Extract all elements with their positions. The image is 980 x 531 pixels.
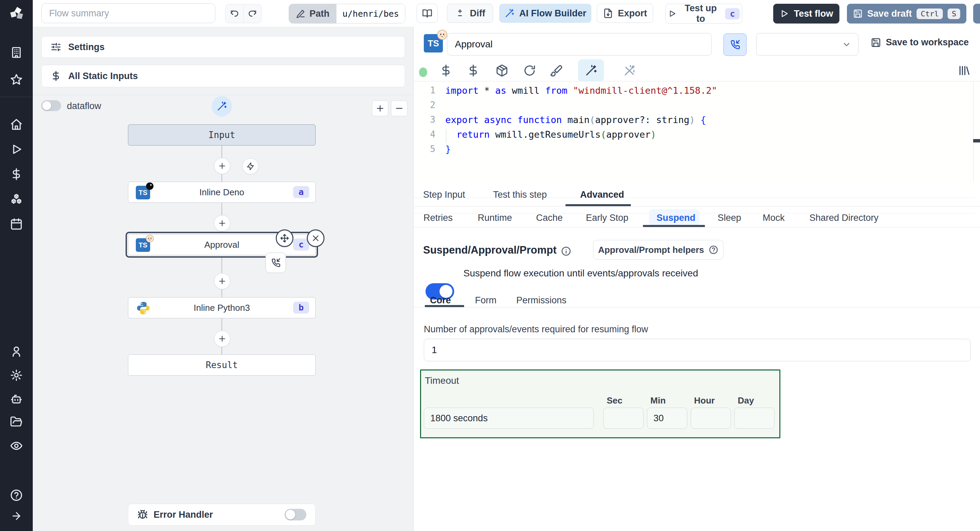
suspend-toggle-label: Suspend flow execution until events/appr… [463, 268, 698, 279]
save-to-workspace-button[interactable]: Save to workspace [869, 37, 971, 48]
docs-book-button[interactable] [417, 4, 438, 23]
test-flow-button[interactable]: Test flow [773, 4, 839, 24]
code-line: import * as wmill from "windmill-client@… [445, 83, 970, 98]
dataflow-toggle[interactable] [41, 100, 61, 111]
move-node-button[interactable] [276, 229, 293, 247]
favorites-star-icon[interactable] [10, 73, 23, 86]
script-select-dropdown[interactable] [756, 33, 859, 55]
settings-gear-icon[interactable] [10, 369, 23, 382]
timeout-min-input[interactable]: 30 [647, 407, 687, 429]
tab-form[interactable]: Form [475, 295, 496, 306]
code-line: } [445, 142, 970, 157]
help-icon[interactable] [10, 489, 23, 502]
approval-prompt-helpers-button[interactable]: Approval/Prompt helpers [593, 240, 724, 260]
timeout-hour-input[interactable] [690, 407, 731, 429]
tab-core[interactable]: Core [430, 295, 451, 306]
users-icon[interactable] [10, 345, 23, 358]
tab-mock[interactable]: Mock [763, 213, 785, 223]
workspace-building-icon[interactable] [10, 46, 23, 59]
save-to-workspace-label: Save to workspace [886, 37, 969, 48]
code-editor[interactable]: 1 2 3 4 5 import * as wmill from "windmi… [414, 81, 980, 182]
save-icon [853, 9, 862, 18]
tab-test-this-step[interactable]: Test this step [493, 190, 547, 200]
redo-button[interactable] [243, 5, 261, 23]
workers-bot-icon[interactable] [10, 393, 23, 406]
approvals-required-label: Number of approvals/events required for … [424, 324, 648, 335]
expand-arrow-icon[interactable] [11, 510, 22, 522]
timeout-sec-input[interactable] [603, 407, 644, 429]
flow-node-result[interactable]: Result [128, 355, 316, 376]
test-up-to-button[interactable]: Test up to c [665, 4, 742, 24]
runs-play-icon[interactable] [10, 143, 23, 156]
path-group[interactable]: Path u/henri/bes [289, 4, 406, 24]
package-icon[interactable] [495, 64, 508, 77]
timeout-day-label: Day [738, 395, 754, 406]
error-handler-toggle[interactable] [285, 509, 306, 520]
diff-button[interactable]: Diff [447, 4, 493, 23]
timeout-total-input[interactable]: 1800 seconds [424, 407, 594, 429]
tab-step-input[interactable]: Step Input [423, 190, 465, 200]
wand-sparkles-icon [216, 101, 227, 112]
ai-wand-button[interactable] [212, 96, 232, 117]
flow-node-python[interactable]: Inline Python3 b [128, 297, 316, 318]
undo-button[interactable] [226, 5, 243, 23]
reload-icon[interactable] [523, 64, 536, 77]
path-button[interactable]: Path [289, 4, 336, 23]
resources-dollar-icon[interactable] [467, 64, 480, 77]
step-name-input[interactable] [447, 33, 712, 55]
ai-wand-disabled-icon[interactable] [623, 64, 636, 77]
tab-shared-directory[interactable]: Shared Directory [810, 213, 879, 223]
flow-settings-row[interactable]: Settings [41, 36, 405, 58]
phone-incoming-icon [270, 258, 281, 268]
home-icon[interactable] [10, 118, 23, 131]
tab-runtime[interactable]: Runtime [478, 213, 512, 223]
schedules-calendar-icon[interactable] [10, 217, 23, 230]
ai-wand-icon[interactable] [584, 64, 598, 77]
tab-permissions[interactable]: Permissions [516, 295, 566, 306]
flow-summary-input[interactable] [41, 3, 215, 23]
approval-face-icon [436, 29, 448, 41]
flow-node-input[interactable]: Input [128, 124, 316, 146]
save-draft-label: Save draft [867, 8, 912, 19]
add-trigger-button[interactable] [242, 158, 259, 174]
timeout-day-input[interactable] [734, 407, 775, 429]
zap-icon [246, 162, 255, 171]
save-draft-button[interactable]: Save draft Ctrl S [847, 4, 966, 24]
variables-dollar-icon[interactable] [10, 168, 23, 181]
format-brush-icon[interactable] [550, 64, 563, 77]
tab-suspend[interactable]: Suspend [657, 213, 695, 223]
ai-flow-builder-button[interactable]: AI Flow Builder [499, 4, 591, 23]
tab-early-stop[interactable]: Early Stop [586, 213, 628, 223]
approvals-required-input[interactable] [424, 339, 971, 361]
delete-node-button[interactable] [307, 229, 325, 247]
library-icon[interactable] [958, 64, 971, 77]
variables-dollar-icon[interactable] [439, 64, 452, 77]
tab-sleep[interactable]: Sleep [718, 213, 741, 223]
add-step-button[interactable] [214, 215, 230, 231]
all-static-inputs-row[interactable]: All Static Inputs [41, 65, 405, 87]
export-label: Export [618, 8, 647, 19]
info-icon[interactable] [561, 246, 571, 256]
result-node-label: Result [206, 360, 238, 370]
flow-node-deno[interactable]: TS Inline Deno a [128, 182, 316, 203]
divider [414, 307, 980, 308]
zoom-in-button[interactable] [372, 101, 388, 116]
windmill-logo-icon[interactable] [8, 5, 25, 23]
deploy-button-partial[interactable] [973, 4, 980, 24]
add-step-button[interactable] [214, 273, 230, 289]
approval-phone-badge[interactable] [266, 252, 286, 273]
export-button[interactable]: Export [597, 4, 653, 23]
dataflow-label: dataflow [67, 101, 101, 111]
error-handler-row[interactable]: Error Handler [128, 504, 316, 526]
tab-advanced[interactable]: Advanced [580, 190, 624, 200]
audit-eye-icon[interactable] [10, 439, 23, 452]
tab-cache[interactable]: Cache [536, 213, 563, 223]
test-up-to-step-badge: c [725, 8, 740, 19]
folders-icon[interactable] [10, 415, 23, 428]
tab-retries[interactable]: Retries [423, 213, 453, 223]
zoom-out-button[interactable] [391, 101, 407, 116]
resources-boxes-icon[interactable] [10, 193, 23, 206]
approval-phone-button[interactable] [724, 33, 746, 56]
add-step-button[interactable] [214, 158, 230, 174]
add-step-button[interactable] [214, 331, 230, 347]
